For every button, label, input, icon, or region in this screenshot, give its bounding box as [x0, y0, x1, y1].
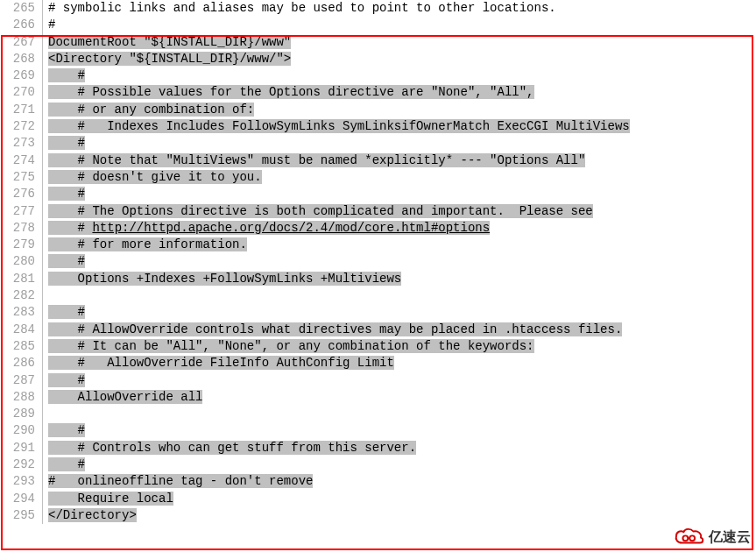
code-content[interactable]: #	[43, 17, 756, 33]
line-number: 273	[0, 135, 42, 152]
line-number: 270	[0, 84, 42, 101]
code-line[interactable]: 269 #	[0, 67, 756, 84]
code-text	[48, 85, 78, 99]
code-content[interactable]: </Directory>	[43, 507, 756, 524]
code-content[interactable]: # It can be "All", "None", or any combin…	[43, 338, 756, 355]
code-line[interactable]: 278 # http://httpd.apache.org/docs/2.4/m…	[0, 220, 756, 237]
code-line[interactable]: 295</Directory>	[0, 507, 756, 524]
line-number: 276	[0, 186, 42, 202]
line-number: 292	[0, 456, 42, 473]
code-content[interactable]: #	[43, 304, 756, 321]
code-text: #	[78, 136, 85, 150]
code-content[interactable]: #	[43, 135, 756, 152]
code-content[interactable]: # symbolic links and aliases may be used…	[43, 0, 756, 17]
code-line[interactable]: 277 # The Options directive is both comp…	[0, 203, 756, 220]
code-line[interactable]: 281 Options +Indexes +FollowSymLinks +Mu…	[0, 271, 756, 287]
code-text	[48, 237, 78, 251]
code-line[interactable]: 274 # Note that "MultiViews" must be nam…	[0, 152, 756, 169]
code-line[interactable]: 282	[0, 287, 756, 304]
code-content[interactable]: # http://httpd.apache.org/docs/2.4/mod/c…	[43, 220, 756, 237]
code-line[interactable]: 271 # or any combination of:	[0, 102, 756, 118]
code-text: #	[78, 187, 85, 201]
code-content[interactable]	[43, 287, 756, 304]
code-text: # Indexes Includes FollowSymLinks SymLin…	[78, 119, 630, 133]
code-content[interactable]: # AllowOverride FileInfo AuthConfig Limi…	[43, 355, 756, 372]
code-line[interactable]: 289	[0, 406, 756, 422]
line-number: 285	[0, 338, 42, 355]
code-text: Options +Indexes +FollowSymLinks +Multiv…	[78, 272, 402, 286]
code-text: #	[78, 68, 85, 82]
code-line[interactable]: 275 # doesn't give it to you.	[0, 169, 756, 186]
code-line[interactable]: 265# symbolic links and aliases may be u…	[0, 0, 756, 17]
code-content[interactable]: #	[43, 372, 756, 389]
code-content[interactable]: # Note that "MultiViews" must be named *…	[43, 152, 756, 169]
code-editor[interactable]: 265# symbolic links and aliases may be u…	[0, 0, 756, 524]
line-number: 268	[0, 51, 42, 67]
code-line[interactable]: 268<Directory "${INSTALL_DIR}/www/">	[0, 51, 756, 67]
code-line[interactable]: 270 # Possible values for the Options di…	[0, 84, 756, 101]
line-number: 272	[0, 118, 42, 135]
code-line[interactable]: 288 AllowOverride all	[0, 389, 756, 406]
code-content[interactable]: # for more information.	[43, 237, 756, 253]
line-number: 291	[0, 440, 42, 456]
code-content[interactable]: # doesn't give it to you.	[43, 169, 756, 186]
code-content[interactable]: AllowOverride all	[43, 389, 756, 406]
line-number: 287	[0, 372, 42, 389]
code-text: <Directory "${INSTALL_DIR}/www/">	[48, 52, 291, 66]
line-number: 279	[0, 237, 42, 253]
code-link: http://httpd.apache.org/docs/2.4/mod/cor…	[92, 221, 490, 235]
code-content[interactable]	[43, 406, 756, 422]
code-content[interactable]: # onlineoffline tag - don't remove	[43, 473, 756, 490]
code-content[interactable]: # or any combination of:	[43, 102, 756, 118]
code-line[interactable]: 266#	[0, 17, 756, 33]
code-line[interactable]: 279 # for more information.	[0, 237, 756, 253]
code-content[interactable]: # Controls who can get stuff from this s…	[43, 440, 756, 456]
code-line[interactable]: 286 # AllowOverride FileInfo AuthConfig …	[0, 355, 756, 372]
code-line[interactable]: 293# onlineoffline tag - don't remove	[0, 473, 756, 490]
code-line[interactable]: 276 #	[0, 186, 756, 202]
code-text: #	[78, 221, 93, 235]
line-number: 265	[0, 0, 42, 17]
code-content[interactable]: # AllowOverride controls what directives…	[43, 322, 756, 338]
line-number: 281	[0, 271, 42, 287]
svg-point-1	[689, 535, 695, 541]
code-text	[48, 390, 78, 404]
code-line[interactable]: 273 #	[0, 135, 756, 152]
code-content[interactable]: #	[43, 456, 756, 473]
code-text	[48, 153, 78, 167]
code-text: # The Options directive is both complica…	[78, 204, 593, 218]
code-line[interactable]: 280 #	[0, 253, 756, 270]
code-content[interactable]: DocumentRoot "${INSTALL_DIR}/www"	[43, 34, 756, 51]
code-text: # Note that "MultiViews" must be named *…	[78, 153, 586, 167]
code-text: AllowOverride all	[78, 390, 203, 404]
code-text	[48, 254, 78, 268]
code-line[interactable]: 272 # Indexes Includes FollowSymLinks Sy…	[0, 118, 756, 135]
code-line[interactable]: 284 # AllowOverride controls what direct…	[0, 322, 756, 338]
code-text: DocumentRoot "${INSTALL_DIR}/www"	[48, 35, 291, 49]
code-text	[48, 136, 78, 150]
code-line[interactable]: 292 #	[0, 456, 756, 473]
code-content[interactable]: # Indexes Includes FollowSymLinks SymLin…	[43, 118, 756, 135]
code-content[interactable]: #	[43, 186, 756, 202]
code-content[interactable]: # The Options directive is both complica…	[43, 203, 756, 220]
line-number: 283	[0, 304, 42, 321]
code-content[interactable]: #	[43, 422, 756, 439]
code-content[interactable]: # Possible values for the Options direct…	[43, 84, 756, 101]
code-content[interactable]: <Directory "${INSTALL_DIR}/www/">	[43, 51, 756, 67]
code-line[interactable]: 267DocumentRoot "${INSTALL_DIR}/www"	[0, 34, 756, 51]
code-line[interactable]: 285 # It can be "All", "None", or any co…	[0, 338, 756, 355]
code-line[interactable]: 283 #	[0, 304, 756, 321]
code-text: #	[78, 254, 85, 268]
code-text	[48, 373, 78, 387]
line-number: 271	[0, 102, 42, 118]
code-content[interactable]: #	[43, 253, 756, 270]
code-line[interactable]: 287 #	[0, 372, 756, 389]
code-content[interactable]: #	[43, 67, 756, 84]
code-text	[48, 103, 78, 117]
code-content[interactable]: Options +Indexes +FollowSymLinks +Multiv…	[43, 271, 756, 287]
code-line[interactable]: 290 #	[0, 422, 756, 439]
code-line[interactable]: 294 Require local	[0, 491, 756, 507]
code-line[interactable]: 291 # Controls who can get stuff from th…	[0, 440, 756, 456]
code-text	[48, 68, 78, 82]
code-content[interactable]: Require local	[43, 491, 756, 507]
